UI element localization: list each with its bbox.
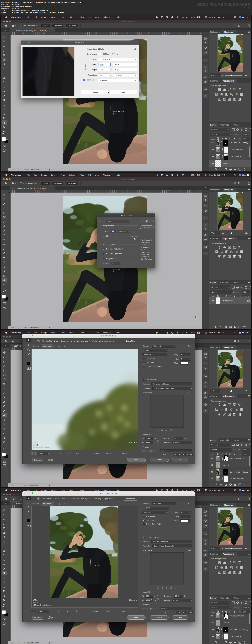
svg-text:A|: A|: [205, 539, 206, 541]
svg-text:fx: fx: [220, 326, 222, 328]
svg-text:¶: ¶: [205, 543, 206, 545]
svg-text:T: T: [241, 602, 243, 604]
svg-text:A: A: [205, 568, 206, 570]
svg-text:A: A: [205, 252, 206, 255]
svg-text:A: A: [206, 81, 207, 83]
svg-text:i: i: [38, 340, 39, 342]
svg-text:T: T: [241, 286, 243, 289]
svg-text:¶: ¶: [205, 227, 206, 230]
svg-text:?: ?: [51, 617, 52, 618]
svg-text:¶: ¶: [206, 549, 206, 551]
svg-text:A|: A|: [205, 224, 206, 226]
svg-text:A|: A|: [205, 381, 206, 384]
svg-text:?: ?: [51, 459, 52, 461]
svg-text:fx: fx: [220, 641, 222, 644]
svg-text:T: T: [241, 444, 243, 446]
svg-text:A: A: [206, 554, 207, 556]
svg-text:i: i: [38, 498, 39, 500]
svg-text:A: A: [206, 396, 207, 398]
svg-text:¶: ¶: [206, 76, 206, 78]
svg-text:A: A: [205, 94, 206, 97]
svg-text:¶: ¶: [206, 234, 206, 236]
svg-text:¶: ¶: [205, 385, 206, 387]
svg-text:A: A: [206, 238, 207, 240]
svg-text:¶: ¶: [206, 392, 206, 394]
svg-text:¶: ¶: [205, 70, 206, 72]
svg-text:A: A: [205, 410, 206, 412]
svg-text:fx: fx: [220, 168, 222, 171]
svg-text:A|: A|: [205, 66, 206, 68]
svg-text:fx: fx: [220, 484, 222, 486]
svg-text:T: T: [241, 128, 243, 131]
